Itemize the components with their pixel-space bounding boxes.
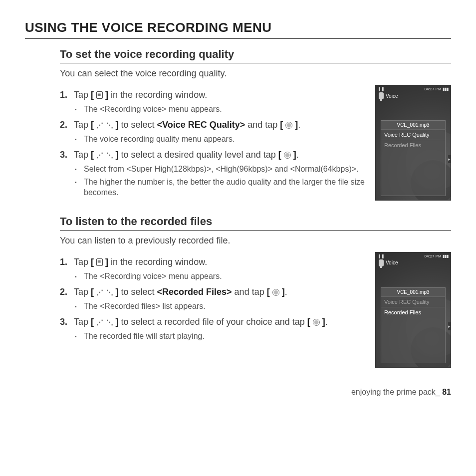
step-1: Tap [ ] in the recording window. The <Re… bbox=[74, 89, 365, 115]
select-icon bbox=[272, 289, 279, 296]
tap-word: Tap bbox=[74, 90, 91, 100]
tap-word: Tap bbox=[74, 287, 91, 297]
mic-icon bbox=[379, 92, 384, 99]
device-status-bar: ❚❚ 04:27 PM ▮▮▮ bbox=[376, 85, 451, 91]
device-status-bar: ❚❚ 04:27 PM ▮▮▮ bbox=[376, 252, 451, 258]
device-screenshot-quality: ❚❚ 04:27 PM ▮▮▮ Voice VCE_001.mp3 Voice … bbox=[375, 85, 451, 201]
sub-note: The higher the number is, the better the… bbox=[84, 177, 365, 198]
device-side-tab: ▸ bbox=[447, 322, 451, 330]
period: . bbox=[298, 120, 300, 130]
device-title: Voice bbox=[386, 260, 398, 265]
section-listen-files: To listen to the recorded files You can … bbox=[60, 215, 451, 368]
step-bold: <Voice REC Quality> bbox=[157, 120, 245, 130]
section-intro: You can listen to a previously recorded … bbox=[60, 236, 451, 246]
step-3: Tap [ ⋰ ⋱ ] to select a desired quality … bbox=[74, 149, 365, 198]
tap-word: Tap bbox=[74, 257, 91, 267]
device-time: 04:27 PM bbox=[425, 87, 442, 91]
steps-list: Tap [ ] in the recording window. The <Re… bbox=[60, 252, 365, 346]
step-3: Tap [ ⋰ ⋱ ] to select a recorded file of… bbox=[74, 316, 365, 342]
nav-up-down-icon: ⋰ ⋱ bbox=[96, 288, 113, 296]
device-menu-item: Recorded Files bbox=[381, 140, 445, 150]
step-1: Tap [ ] in the recording window. The <Re… bbox=[74, 256, 365, 282]
section-heading: To set the voice recording quality bbox=[60, 48, 451, 63]
device-menu: VCE_001.mp3 Voice REC Quality Recorded F… bbox=[381, 287, 446, 363]
step-2: Tap [ ⋰ ⋱ ] to select <Voice REC Quality… bbox=[74, 119, 365, 145]
mic-icon bbox=[379, 259, 384, 266]
nav-up-down-icon: ⋰ ⋱ bbox=[96, 151, 113, 159]
steps-list: Tap [ ] in the recording window. The <Re… bbox=[60, 85, 365, 202]
device-header: Voice bbox=[376, 258, 451, 269]
device-menu-title: VCE_001.mp3 bbox=[381, 121, 445, 129]
select-icon bbox=[313, 319, 320, 326]
step-text: and tap bbox=[232, 287, 267, 297]
period: . bbox=[325, 317, 328, 327]
section-set-quality: To set the voice recording quality You c… bbox=[60, 48, 451, 202]
step-text: and tap bbox=[245, 120, 280, 130]
battery-icon: ▮▮▮ bbox=[443, 87, 449, 91]
step-text: to select a recorded file of your choice… bbox=[121, 317, 307, 327]
device-screenshot-files: ❚❚ 04:27 PM ▮▮▮ Voice VCE_001.mp3 Voice … bbox=[375, 252, 451, 368]
tap-word: Tap bbox=[74, 120, 91, 130]
menu-icon bbox=[96, 258, 103, 266]
period: . bbox=[296, 150, 299, 160]
device-header: Voice bbox=[376, 91, 451, 102]
sub-note: The <Recorded files> list appears. bbox=[84, 301, 365, 312]
device-menu-item-selected: Voice REC Quality bbox=[381, 129, 445, 140]
device-title: Voice bbox=[386, 93, 398, 99]
step-text: in the recording window. bbox=[111, 90, 207, 100]
step-bold: <Recorded Files> bbox=[157, 287, 232, 297]
nav-up-down-icon: ⋰ ⋱ bbox=[96, 121, 113, 129]
sub-note: Select from <Super High(128kbps)>, <High… bbox=[84, 164, 365, 175]
section-heading: To listen to the recorded files bbox=[60, 215, 451, 231]
footer-text: enjoying the prime pack_ bbox=[351, 388, 442, 396]
select-icon bbox=[285, 122, 292, 129]
nav-up-down-icon: ⋰ ⋱ bbox=[96, 318, 113, 326]
sub-note: The <Recording voice> menu appears. bbox=[84, 104, 365, 115]
device-time: 04:27 PM bbox=[425, 254, 442, 258]
step-text: to select bbox=[121, 287, 157, 297]
page-number: 81 bbox=[442, 388, 451, 396]
section-intro: You can select the voice recording quali… bbox=[60, 68, 451, 79]
sub-note: The <Recording voice> menu appears. bbox=[84, 271, 365, 282]
step-text: in the recording window. bbox=[111, 257, 207, 267]
sub-note: The recorded file will start playing. bbox=[84, 331, 365, 342]
device-side-tab: ▸ bbox=[447, 155, 451, 163]
step-text: to select bbox=[121, 120, 157, 130]
device-menu-title: VCE_001.mp3 bbox=[381, 288, 445, 296]
device-menu-item: Voice REC Quality bbox=[381, 296, 445, 307]
battery-icon: ▮▮▮ bbox=[443, 254, 449, 258]
sub-note: The voice recording quality menu appears… bbox=[84, 134, 365, 145]
period: . bbox=[285, 287, 287, 297]
device-menu: VCE_001.mp3 Voice REC Quality Recorded F… bbox=[381, 120, 446, 196]
page-footer: enjoying the prime pack_ 81 bbox=[25, 388, 451, 397]
step-2: Tap [ ⋰ ⋱ ] to select <Recorded Files> a… bbox=[74, 286, 365, 312]
pause-icon: ❚❚ bbox=[378, 254, 385, 258]
pause-icon: ❚❚ bbox=[378, 87, 385, 91]
device-menu-item-selected: Recorded Files bbox=[381, 307, 445, 317]
page-title: USING THE VOICE RECORDING MENU bbox=[25, 20, 451, 39]
tap-word: Tap bbox=[74, 150, 91, 160]
select-icon bbox=[284, 152, 291, 159]
menu-icon bbox=[96, 91, 103, 99]
step-text: to select a desired quality level and ta… bbox=[121, 150, 278, 160]
tap-word: Tap bbox=[74, 317, 91, 327]
